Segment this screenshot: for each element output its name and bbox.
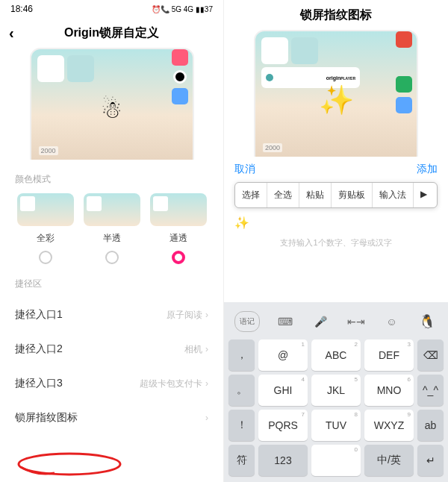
page-title-left: Origin锁屏自定义 — [64, 25, 159, 41]
keyboard-toolbar: 语记 ⌨ 🎤 ⇤⇥ ☺ 🐧 — [227, 307, 445, 337]
kb-mic-icon[interactable]: 🎤 — [310, 311, 331, 332]
key-WXYZ[interactable]: WXYZ9 — [364, 410, 414, 441]
shortcut-row-2[interactable]: 捷径入口2 相机› — [0, 332, 223, 366]
chevron-right-icon: › — [205, 378, 208, 389]
chevron-right-icon: › — [205, 344, 208, 354]
key-JKL[interactable]: JKL5 — [311, 375, 361, 406]
preview-number: 2000 — [263, 143, 282, 152]
key-，[interactable]: ， — [228, 339, 255, 371]
back-icon[interactable]: ‹ — [9, 25, 14, 42]
sparkle-icon: ✨ — [319, 84, 354, 116]
svg-point-0 — [19, 454, 120, 475]
right-screen: 锁屏指纹图标 originPLAYER 2000 ✨ 取消 添加 选择 全选 粘… — [224, 0, 448, 482]
key-符[interactable]: 符 — [228, 445, 255, 476]
add-button[interactable]: 添加 — [417, 163, 438, 176]
kb-keyboard-icon[interactable]: ⌨ — [275, 311, 296, 332]
ctx-clipboard[interactable]: 剪贴板 — [332, 183, 373, 207]
header-left: ‹ Origin锁屏自定义 — [0, 18, 223, 48]
chevron-right-icon: › — [205, 413, 208, 423]
radio-checked[interactable] — [172, 251, 185, 264]
preview-app-icon — [172, 49, 188, 66]
radio-unchecked[interactable] — [39, 251, 52, 264]
lockscreen-preview: 2000 ☃ — [30, 48, 194, 160]
key-MNO[interactable]: MNO6 — [364, 375, 414, 406]
key-^_^[interactable]: ^_^ — [417, 375, 444, 406]
cancel-button[interactable]: 取消 — [234, 163, 255, 176]
mode-thumb — [150, 193, 207, 226]
mode-transparent[interactable]: 通透 — [149, 193, 208, 264]
key-GHI[interactable]: GHI4 — [258, 375, 308, 406]
preview-camera-icon — [173, 70, 187, 84]
radio-unchecked[interactable] — [105, 251, 119, 264]
key-ABC[interactable]: ABC2 — [311, 339, 361, 371]
key-中/英[interactable]: 中/英 — [364, 445, 414, 476]
key-0[interactable]: 0 — [311, 445, 361, 476]
section-color-label: 颜色模式 — [0, 160, 223, 193]
page-title-right: 锁屏指纹图标 — [300, 7, 372, 23]
annotation-highlight — [13, 451, 125, 478]
kb-emoji-icon[interactable]: ☺ — [381, 311, 402, 332]
key-！[interactable]: ！ — [228, 410, 255, 441]
kb-cursor-icon[interactable]: ⇤⇥ — [346, 311, 367, 332]
ctx-selectall[interactable]: 全选 — [267, 183, 299, 207]
ctx-ime[interactable]: 输入法 — [373, 183, 414, 207]
preview-number: 2000 — [39, 146, 58, 155]
input-value: ✨ — [234, 216, 249, 229]
lockscreen-preview-right: originPLAYER 2000 ✨ — [254, 30, 418, 157]
kb-avatar-icon[interactable]: 🐧 — [417, 311, 438, 332]
key-DEF[interactable]: DEF3 — [364, 339, 414, 371]
status-time: 18:46 — [10, 4, 33, 14]
mode-thumb — [17, 193, 74, 226]
status-bar: 18:46 ⏰📞 5G 4G ▮▮37 — [0, 0, 223, 18]
preview-app-icon — [396, 31, 412, 48]
text-context-menu: 选择 全选 粘贴 剪贴板 输入法 ▶ — [234, 182, 438, 208]
status-icons: ⏰📞 5G 4G ▮▮37 — [152, 5, 213, 13]
mode-semitrans[interactable]: 半透 — [82, 193, 142, 264]
input-hint: 支持输入1个数字、字母或汉字 — [224, 234, 448, 256]
keyboard: 语记 ⌨ 🎤 ⇤⇥ ☺ 🐧 ，@1ABC2DEF3⌫。GHI4JKL5MNO6^… — [224, 302, 448, 482]
input-action-bar: 取消 添加 — [224, 157, 448, 179]
header-right: 锁屏指纹图标 — [224, 0, 448, 30]
color-modes: 全彩 半透 通透 — [0, 193, 223, 264]
shortcut-row-1[interactable]: 捷径入口1 原子阅读› — [0, 298, 223, 332]
preview-phone-icon — [396, 76, 412, 93]
key-PQRS[interactable]: PQRS7 — [258, 410, 308, 441]
key-↵[interactable]: ↵ — [417, 445, 444, 476]
key-@[interactable]: @1 — [258, 339, 308, 371]
shortcut-row-3[interactable]: 捷径入口3 超级卡包支付卡› — [0, 366, 223, 401]
input-field[interactable]: ✨ — [224, 211, 448, 234]
mode-thumb — [84, 193, 140, 226]
preview-app-icon — [172, 88, 188, 104]
kb-voice-pill[interactable]: 语记 — [234, 311, 260, 332]
ctx-select[interactable]: 选择 — [235, 183, 267, 207]
key-ab[interactable]: ab — [417, 410, 444, 441]
key-。[interactable]: 。 — [228, 375, 255, 406]
preview-app-icon — [396, 97, 412, 113]
left-screen: 18:46 ⏰📞 5G 4G ▮▮37 ‹ Origin锁屏自定义 2000 ☃… — [0, 0, 224, 482]
ctx-paste[interactable]: 粘贴 — [299, 183, 332, 207]
key-123[interactable]: 123 — [258, 445, 308, 476]
chevron-right-icon: › — [205, 310, 208, 320]
mode-fullcolor[interactable]: 全彩 — [16, 193, 75, 264]
key-TUV[interactable]: TUV8 — [311, 410, 361, 441]
fingerprint-icon-row[interactable]: 锁屏指纹图标 › — [0, 401, 223, 435]
ctx-more-icon[interactable]: ▶ — [414, 183, 434, 207]
section-shortcut-label: 捷径区 — [0, 264, 223, 298]
key-⌫[interactable]: ⌫ — [417, 339, 444, 371]
snowman-icon: ☃ — [101, 96, 122, 124]
